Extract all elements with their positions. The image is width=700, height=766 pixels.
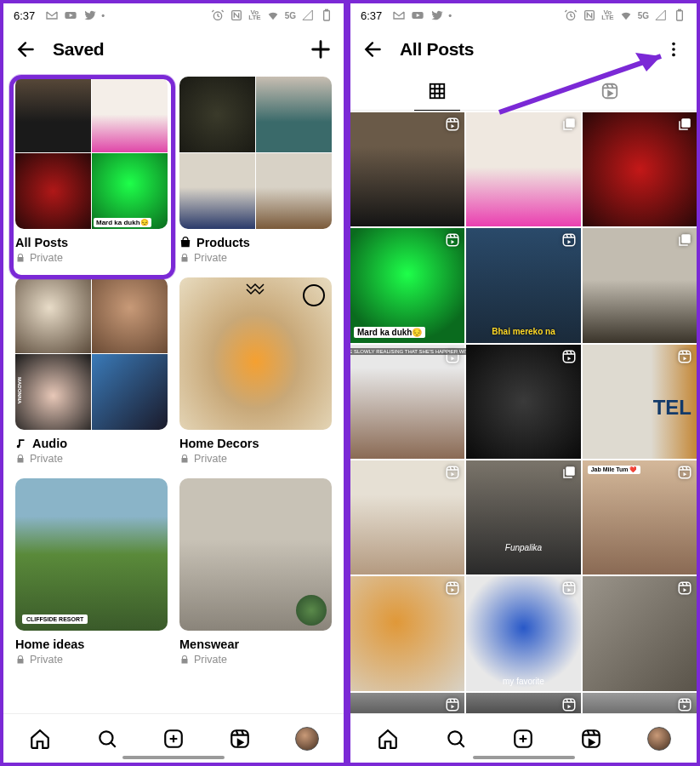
collection-privacy: Private xyxy=(179,252,332,264)
post-cell[interactable] xyxy=(583,693,697,713)
post-cell[interactable] xyxy=(350,460,464,574)
header-title: Saved xyxy=(53,39,104,60)
post-cell[interactable] xyxy=(466,345,580,459)
svg-rect-28 xyxy=(566,466,575,476)
post-cell[interactable]: Jab Mile Tum ❤️ xyxy=(583,460,697,574)
svg-rect-20 xyxy=(681,118,691,128)
status-bar: 6:37 • VoLTE 5G xyxy=(3,3,344,27)
reel-icon xyxy=(561,580,577,596)
back-button[interactable] xyxy=(359,35,388,64)
post-text: Bhai mereko na xyxy=(492,327,555,336)
svg-rect-35 xyxy=(679,699,691,711)
collection-home-decors[interactable]: Home Decors Private xyxy=(179,277,332,465)
avatar-icon xyxy=(647,727,671,751)
svg-rect-30 xyxy=(447,583,459,595)
collection-home-ideas[interactable]: CLIFFSIDE RESORT Home ideas Private xyxy=(15,478,168,666)
collection-privacy: Private xyxy=(15,252,168,264)
alarm-icon xyxy=(211,9,225,22)
tab-grid[interactable] xyxy=(350,71,524,110)
nav-profile[interactable] xyxy=(625,714,693,763)
post-cell[interactable] xyxy=(583,112,697,226)
post-text: TEL xyxy=(653,396,691,420)
carousel-icon xyxy=(677,232,692,248)
collection-privacy: Private xyxy=(179,654,332,666)
post-cell[interactable]: Bhai mereko na xyxy=(466,228,580,342)
carousel-icon xyxy=(561,117,577,132)
more-options-button[interactable] xyxy=(659,35,688,64)
header-all-posts: All Posts xyxy=(350,27,697,71)
view-tabs xyxy=(350,71,697,111)
header-saved: Saved xyxy=(3,27,344,71)
volte-icon: VoLTE xyxy=(601,10,614,21)
reel-icon xyxy=(677,465,692,480)
collection-menswear[interactable]: Menswear Private xyxy=(179,478,332,666)
svg-rect-31 xyxy=(563,583,575,595)
svg-rect-26 xyxy=(679,351,691,363)
post-cell[interactable]: POV: YOU'RE SLOWLY REALISING THAT SHE'S … xyxy=(350,345,464,459)
collection-products[interactable]: Products Private xyxy=(179,77,332,264)
status-time: 6:37 xyxy=(14,9,35,22)
post-cell[interactable]: Funpalika xyxy=(466,460,580,574)
saved-collections-scroll[interactable]: Mard ka dukh😔 All Posts Private Products… xyxy=(3,71,344,713)
signal-icon xyxy=(654,9,668,22)
reel-icon xyxy=(561,697,577,712)
post-cell[interactable] xyxy=(350,112,464,226)
gmail-icon xyxy=(45,9,59,22)
avatar-icon xyxy=(295,727,319,751)
post-cell[interactable] xyxy=(350,576,464,690)
home-indicator xyxy=(473,756,575,759)
post-cell[interactable] xyxy=(466,112,580,226)
signal-icon xyxy=(301,9,315,22)
post-cell[interactable] xyxy=(350,693,464,713)
dot-icon: • xyxy=(448,10,452,20)
svg-rect-18 xyxy=(447,118,459,130)
post-cell[interactable] xyxy=(583,228,697,342)
twitter-icon xyxy=(430,9,443,22)
back-button[interactable] xyxy=(12,35,41,64)
posts-scroll[interactable]: Mard ka dukh😔Bhai mereko naPOV: YOU'RE S… xyxy=(350,112,697,713)
nav-home[interactable] xyxy=(7,714,73,763)
net-type: 5G xyxy=(638,11,649,20)
collection-privacy: Private xyxy=(179,453,332,465)
gmail-icon xyxy=(392,9,406,22)
svg-rect-23 xyxy=(681,235,691,244)
screen-saved: 6:37 • VoLTE 5G Saved Mard ka duk xyxy=(0,0,347,766)
dot-icon: • xyxy=(101,10,105,20)
collection-name: Audio xyxy=(15,437,168,450)
post-caption: Mard ka dukh😔 xyxy=(354,327,425,338)
post-cell[interactable]: my favorite xyxy=(466,576,580,690)
svg-rect-11 xyxy=(677,11,683,20)
tab-reels[interactable] xyxy=(524,71,697,110)
battery-icon xyxy=(320,9,333,22)
collection-name: Home Decors xyxy=(179,437,332,450)
svg-rect-33 xyxy=(447,699,459,711)
svg-point-5 xyxy=(100,731,112,744)
svg-rect-25 xyxy=(563,351,575,363)
post-cell[interactable]: Mard ka dukh😔 xyxy=(350,228,464,342)
carousel-icon xyxy=(561,465,577,480)
svg-rect-4 xyxy=(326,9,328,10)
svg-rect-32 xyxy=(679,583,691,595)
net-type: 5G xyxy=(285,11,296,20)
volte-icon: VoLTE xyxy=(248,10,261,21)
nav-profile[interactable] xyxy=(274,714,340,763)
post-cell[interactable] xyxy=(466,693,580,713)
reel-icon xyxy=(561,349,577,364)
collection-name: Home ideas xyxy=(15,637,168,651)
collection-privacy: Private xyxy=(15,654,168,666)
add-collection-button[interactable] xyxy=(306,35,335,64)
post-cell[interactable]: TEL xyxy=(583,345,697,459)
reel-icon xyxy=(677,697,692,712)
collection-all-posts[interactable]: Mard ka dukh😔 All Posts Private xyxy=(15,77,168,264)
wifi-icon xyxy=(619,9,633,22)
reel-icon xyxy=(445,465,460,480)
reel-icon xyxy=(445,232,460,248)
svg-rect-27 xyxy=(447,466,459,478)
svg-rect-34 xyxy=(563,699,575,711)
nav-home[interactable] xyxy=(354,714,422,763)
collection-audio[interactable]: MADONNA Audio Private xyxy=(15,277,168,465)
nfc-icon xyxy=(583,9,596,22)
status-time: 6:37 xyxy=(361,9,382,22)
post-cell[interactable] xyxy=(583,576,697,690)
nfc-icon xyxy=(230,9,243,22)
